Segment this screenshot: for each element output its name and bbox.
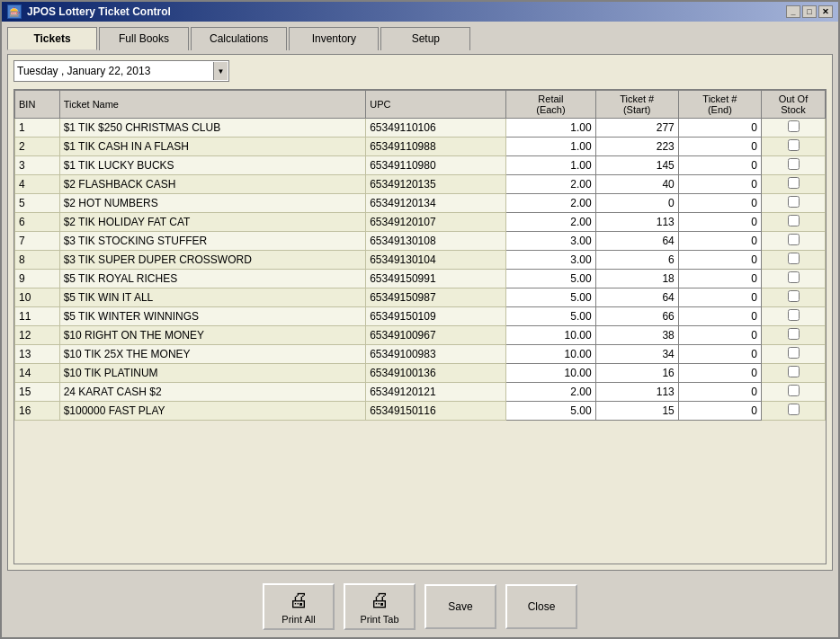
end-input[interactable]	[708, 235, 757, 247]
cell-oos[interactable]	[762, 307, 826, 326]
cell-start[interactable]	[595, 119, 678, 138]
cell-end[interactable]	[678, 326, 761, 345]
oos-checkbox[interactable]	[788, 385, 800, 396]
close-window-button[interactable]: ✕	[818, 5, 833, 18]
start-input[interactable]	[625, 404, 675, 417]
start-input[interactable]	[625, 272, 675, 285]
cell-end[interactable]	[678, 119, 761, 138]
oos-checkbox[interactable]	[788, 309, 800, 321]
oos-checkbox[interactable]	[788, 366, 800, 377]
oos-checkbox[interactable]	[788, 347, 800, 359]
cell-end[interactable]	[678, 213, 761, 232]
maximize-button[interactable]: □	[802, 5, 817, 18]
cell-start[interactable]	[595, 175, 678, 194]
cell-oos[interactable]	[762, 251, 826, 270]
end-input[interactable]	[708, 197, 757, 209]
start-input[interactable]	[625, 159, 675, 172]
cell-oos[interactable]	[762, 232, 826, 251]
cell-oos[interactable]	[762, 138, 826, 156]
start-input[interactable]	[625, 253, 675, 266]
end-input[interactable]	[708, 329, 757, 342]
end-input[interactable]	[708, 310, 757, 323]
cell-retail[interactable]	[506, 364, 595, 383]
retail-input[interactable]	[538, 197, 592, 209]
cell-retail[interactable]	[506, 402, 595, 421]
start-input[interactable]	[625, 235, 675, 247]
retail-input[interactable]	[538, 310, 592, 323]
cell-end[interactable]	[678, 402, 761, 421]
start-input[interactable]	[625, 310, 675, 323]
oos-checkbox[interactable]	[788, 120, 800, 132]
cell-retail[interactable]	[506, 383, 595, 402]
oos-checkbox[interactable]	[788, 215, 800, 226]
cell-retail[interactable]	[506, 345, 595, 364]
cell-end[interactable]	[678, 175, 761, 194]
cell-retail[interactable]	[506, 213, 595, 232]
cell-start[interactable]	[595, 364, 678, 383]
end-input[interactable]	[708, 272, 757, 285]
oos-checkbox[interactable]	[788, 139, 800, 151]
cell-end[interactable]	[678, 270, 761, 288]
cell-retail[interactable]	[506, 288, 595, 307]
end-input[interactable]	[708, 140, 757, 153]
cell-retail[interactable]	[506, 194, 595, 213]
start-input[interactable]	[625, 216, 675, 228]
cell-end[interactable]	[678, 364, 761, 383]
save-button[interactable]: Save	[424, 584, 496, 629]
oos-checkbox[interactable]	[788, 253, 800, 264]
cell-retail[interactable]	[506, 156, 595, 175]
print-all-button[interactable]: 🖨 Print All	[263, 583, 335, 630]
cell-oos[interactable]	[762, 364, 826, 383]
cell-oos[interactable]	[762, 383, 826, 402]
tab-inventory[interactable]: Inventory	[289, 27, 379, 50]
retail-input[interactable]	[538, 178, 592, 191]
cell-end[interactable]	[678, 288, 761, 307]
date-dropdown[interactable]: Tuesday , January 22, 2013 ▼	[13, 60, 229, 82]
cell-oos[interactable]	[762, 270, 826, 288]
cell-start[interactable]	[595, 307, 678, 326]
cell-start[interactable]	[595, 288, 678, 307]
cell-retail[interactable]	[506, 307, 595, 326]
cell-retail[interactable]	[506, 175, 595, 194]
retail-input[interactable]	[538, 291, 592, 304]
cell-end[interactable]	[678, 383, 761, 402]
end-input[interactable]	[708, 121, 757, 134]
retail-input[interactable]	[538, 404, 592, 417]
cell-oos[interactable]	[762, 194, 826, 213]
dropdown-arrow[interactable]: ▼	[213, 62, 228, 80]
end-input[interactable]	[708, 178, 757, 191]
end-input[interactable]	[708, 216, 757, 228]
cell-start[interactable]	[595, 345, 678, 364]
start-input[interactable]	[625, 367, 675, 379]
retail-input[interactable]	[538, 348, 592, 360]
retail-input[interactable]	[538, 386, 592, 398]
cell-oos[interactable]	[762, 345, 826, 364]
end-input[interactable]	[708, 348, 757, 360]
cell-retail[interactable]	[506, 251, 595, 270]
oos-checkbox[interactable]	[788, 271, 800, 283]
retail-input[interactable]	[538, 329, 592, 342]
cell-start[interactable]	[595, 156, 678, 175]
oos-checkbox[interactable]	[788, 290, 800, 302]
cell-start[interactable]	[595, 213, 678, 232]
cell-start[interactable]	[595, 270, 678, 288]
cell-start[interactable]	[595, 326, 678, 345]
cell-end[interactable]	[678, 232, 761, 251]
start-input[interactable]	[625, 178, 675, 191]
start-input[interactable]	[625, 386, 675, 398]
oos-checkbox[interactable]	[788, 158, 800, 170]
retail-input[interactable]	[538, 253, 592, 266]
print-tab-button[interactable]: 🖨 Print Tab	[344, 583, 416, 630]
oos-checkbox[interactable]	[788, 404, 800, 415]
cell-oos[interactable]	[762, 213, 826, 232]
retail-input[interactable]	[538, 367, 592, 379]
tab-calculations[interactable]: Calculations	[191, 27, 287, 50]
cell-start[interactable]	[595, 194, 678, 213]
cell-oos[interactable]	[762, 119, 826, 138]
start-input[interactable]	[625, 197, 675, 209]
retail-input[interactable]	[538, 121, 592, 134]
retail-input[interactable]	[538, 272, 592, 285]
start-input[interactable]	[625, 329, 675, 342]
retail-input[interactable]	[538, 140, 592, 153]
cell-end[interactable]	[678, 194, 761, 213]
